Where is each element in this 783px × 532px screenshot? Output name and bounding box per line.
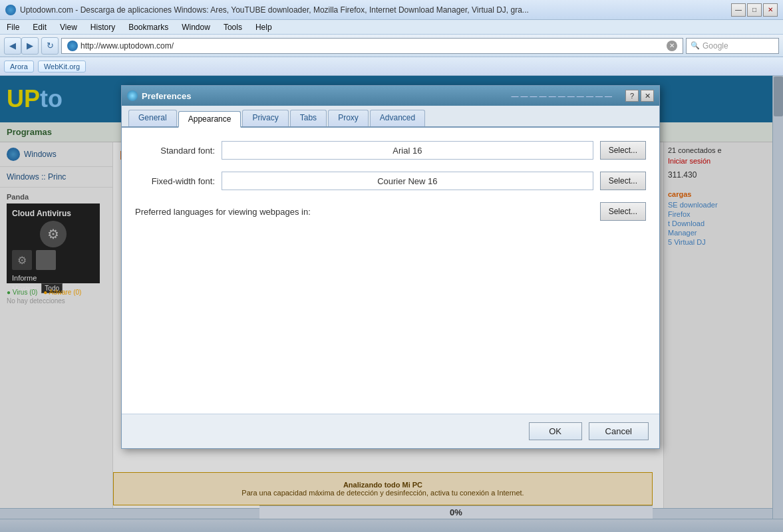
tab-appearance[interactable]: Appearance [178,111,241,128]
title-bar: Uptodown.com - Descarga de aplicaciones … [0,0,783,20]
menu-history[interactable]: History [88,21,118,33]
tab-proxy[interactable]: Proxy [328,110,369,126]
dialog-content: Standard font: Arial 16 Select... Fixed-… [122,128,659,414]
preferences-dialog: Preferences — — — — — — — — — — — ? ✕ Ge… [121,85,660,449]
fixed-font-row: Fixed-width font: Courier New 16 Select.… [135,172,646,190]
window-title: Uptodown.com - Descarga de aplicaciones … [20,5,731,15]
languages-label: Preferred languages for viewing webpages… [135,207,600,217]
nav-bar: ◀ ▶ ↻ http://www.uptodown.com/ ✕ 🔍 Googl… [0,35,783,57]
window-controls: — □ ✕ [731,3,778,17]
dialog-title-bar: Preferences — — — — — — — — — — — ? ✕ [122,86,659,106]
address-text: http://www.uptodown.com/ [80,41,667,51]
back-button[interactable]: ◀ [4,37,21,55]
bookmarks-bar: Arora WebKit.org [0,57,783,76]
dialog-subtitle: — — — — — — — — — — — [511,92,612,100]
standard-font-row: Standard font: Arial 16 Select... [135,141,646,160]
nav-arrows: ◀ ▶ [4,37,39,55]
menu-view[interactable]: View [57,21,80,33]
tab-advanced[interactable]: Advanced [370,110,425,126]
languages-select-button[interactable]: Select... [600,202,646,221]
standard-font-select-button[interactable]: Select... [600,141,646,160]
menu-window[interactable]: Window [179,21,213,33]
dialog-help-button[interactable]: ? [625,90,639,102]
dialog-close-button[interactable]: ✕ [641,90,654,102]
menu-bookmarks[interactable]: Bookmarks [126,21,171,33]
standard-font-input[interactable]: Arial 16 [222,141,593,160]
languages-row: Preferred languages for viewing webpages… [135,202,646,221]
tab-tabs[interactable]: Tabs [290,110,327,126]
forward-button[interactable]: ▶ [21,37,39,55]
dialog-tab-bar: General Appearance Privacy Tabs Proxy Ad… [122,106,659,128]
dialog-title: Preferences [142,91,511,101]
bookmark-arora[interactable]: Arora [4,61,34,72]
search-icon: 🔍 [691,41,700,50]
fixed-font-label: Fixed-width font: [135,176,222,186]
dialog-footer: OK Cancel [122,414,659,448]
search-bar[interactable]: 🔍 Google [686,38,779,54]
site-icon [67,41,78,51]
dialog-preferences-icon [127,90,138,101]
tab-general[interactable]: General [128,110,177,126]
standard-font-label: Standard font: [135,146,222,156]
fixed-font-select-button[interactable]: Select... [600,172,646,190]
browser-icon [5,5,16,15]
fixed-font-input[interactable]: Courier New 16 [222,172,593,190]
search-placeholder: Google [703,41,728,51]
refresh-button[interactable]: ↻ [41,37,59,55]
ok-button[interactable]: OK [529,422,582,440]
menu-bar: File Edit View History Bookmarks Window … [0,20,783,35]
address-bar[interactable]: http://www.uptodown.com/ ✕ [61,38,683,54]
tab-privacy[interactable]: Privacy [242,110,288,126]
close-button[interactable]: ✕ [763,3,778,17]
menu-edit[interactable]: Edit [30,21,49,33]
dialog-controls: ? ✕ [625,90,654,102]
bookmark-webkit[interactable]: WebKit.org [38,61,86,72]
maximize-button[interactable]: □ [747,3,762,17]
minimize-button[interactable]: — [731,3,746,17]
menu-help[interactable]: Help [253,21,275,33]
clear-address-button[interactable]: ✕ [667,41,677,51]
cancel-button[interactable]: Cancel [589,422,649,440]
menu-file[interactable]: File [4,21,22,33]
menu-tools[interactable]: Tools [221,21,245,33]
